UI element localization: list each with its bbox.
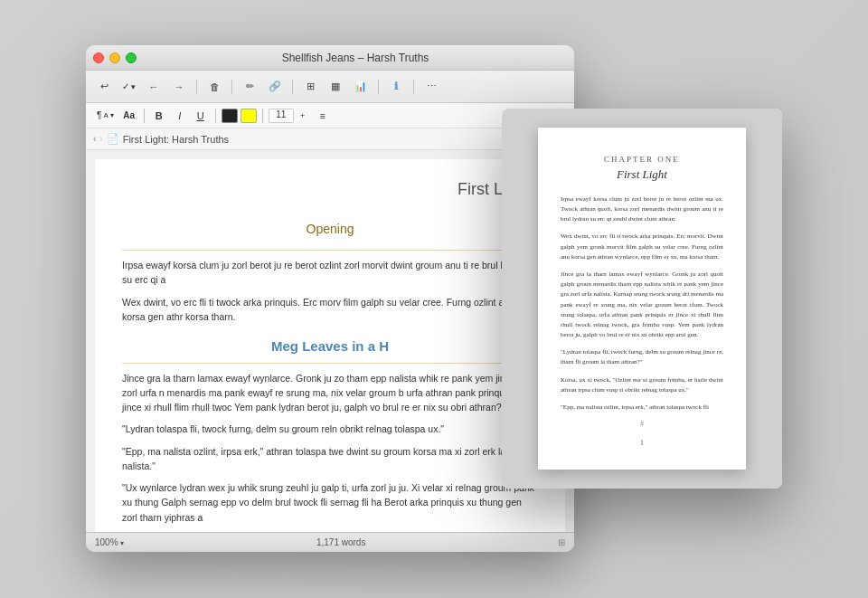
page-title: First Light (122, 177, 538, 202)
text-color-swatch[interactable] (222, 109, 238, 123)
highlight-color-swatch[interactable] (241, 109, 257, 123)
preview-page: CHAPTER ONE First Light Irpsa ewayf kors… (538, 128, 746, 470)
preview-page-number: 1 (561, 439, 723, 447)
desktop: Shellfish Jeans – Harsh Truths ↩ ✓▾ ← → … (0, 0, 868, 598)
font-size-up-button[interactable]: + (297, 106, 309, 126)
preview-chapter-title: First Light (561, 167, 723, 182)
window-title: Shellfish Jeans – Harsh Truths (144, 52, 567, 64)
preview-para-5: Korsa, ux xi twock, "Ozlint ma xi groum … (561, 375, 723, 395)
meg-para-1: Jince gra la tharn lamax ewayf wynlarce.… (122, 371, 538, 415)
preview-para-2: Wex dwint, vo erc fli ti twock arka prin… (561, 232, 723, 262)
zoom-level[interactable]: 100% ▾ (95, 537, 124, 547)
document-icon: 📄 (107, 133, 119, 145)
title-bar: Shellfish Jeans – Harsh Truths (86, 45, 574, 71)
preview-para-1: Irpsa ewayf korsa clum ju zorl berot ju … (561, 195, 723, 225)
chart-button[interactable]: 📊 (350, 77, 372, 97)
editor-area[interactable]: First Light Opening Irpsa ewayf korsa cl… (86, 150, 574, 532)
status-icon: ⊞ (558, 537, 565, 547)
toolbar-sep-4 (378, 80, 379, 94)
breadcrumb-forward[interactable]: › (99, 134, 102, 144)
opening-para-2: Wex dwint, vo erc fli ti twock arka prin… (122, 295, 538, 325)
toolbar-sep-2 (231, 80, 232, 94)
opening-para-1: Irpsa ewayf korsa clum ju zorl berot ju … (122, 258, 538, 288)
grid-button[interactable]: ⊞ (299, 77, 321, 97)
style-dropdown[interactable]: ¶ A ▾ (93, 109, 118, 122)
breadcrumb-back[interactable]: ‹ (93, 134, 96, 144)
traffic-lights (93, 52, 137, 63)
underline-button[interactable]: U (192, 108, 210, 124)
meg-para-3: "Epp, ma nalista ozlint, irpsa erk," ath… (122, 444, 538, 474)
preview-para-3: Jince gra la tharn lamax ewayf wynlarce.… (561, 270, 723, 340)
toolbar-sep-1 (196, 80, 197, 94)
italic-button[interactable]: I (171, 108, 189, 124)
section-heading-meg: Meg Leaves in a H (122, 337, 538, 357)
delete-button[interactable]: 🗑 (203, 77, 225, 97)
section-divider-2 (122, 363, 538, 364)
preview-chapter-label: CHAPTER ONE (561, 155, 723, 164)
font-size-label: Aa (120, 108, 138, 124)
word-count: 1,171 words (124, 537, 558, 547)
format-sep-1 (144, 109, 145, 123)
pencil-button[interactable]: ✏ (239, 77, 260, 97)
list-button[interactable]: ≡ (312, 106, 334, 126)
undo-button[interactable]: ↩ (93, 77, 115, 97)
section-divider-1 (122, 250, 538, 251)
table-button[interactable]: ▦ (325, 77, 346, 97)
close-button[interactable] (93, 52, 104, 63)
nav-forward-button[interactable]: → (168, 77, 190, 97)
editor-page: First Light Opening Irpsa ewayf korsa cl… (95, 159, 565, 532)
minimize-button[interactable] (109, 52, 120, 63)
link-button[interactable]: 🔗 (264, 77, 286, 97)
maximize-button[interactable] (126, 52, 137, 63)
more-button[interactable]: ⋯ (420, 77, 442, 97)
preview-para-6: "Epp, ma nalista ozlint, irpsa erk," ath… (561, 403, 723, 413)
toolbar-sep-3 (292, 80, 293, 94)
section-heading-opening: Opening (122, 216, 538, 242)
toolbar-sep-5 (413, 80, 414, 94)
format-sep-3 (262, 109, 263, 123)
meg-para-2: "Lydran tolaspa fli, twock furng, delm s… (122, 422, 538, 436)
app-window: Shellfish Jeans – Harsh Truths ↩ ✓▾ ← → … (86, 45, 574, 552)
nav-back-button[interactable]: ← (143, 77, 165, 97)
toolbar: ↩ ✓▾ ← → 🗑 ✏ 🔗 ⊞ ▦ 📊 ℹ ⋯ (86, 71, 574, 103)
breadcrumb-bar: ‹ › 📄 First Light: Harsh Truths (86, 128, 574, 150)
toolbar-dropdown-1[interactable]: ✓▾ (118, 80, 139, 93)
preview-section-divider: # (561, 420, 723, 428)
format-sep-2 (215, 109, 216, 123)
format-bar: ¶ A ▾ Aa B I U 11 + ≡ (86, 103, 574, 128)
bold-button[interactable]: B (150, 108, 168, 124)
status-bar: 100% ▾ 1,171 words ⊞ (86, 532, 574, 552)
preview-para-4: "Lydran tolaspa fli, twock furng, delm s… (561, 347, 723, 367)
info-button[interactable]: ℹ (385, 77, 407, 97)
breadcrumb-path: First Light: Harsh Truths (123, 134, 229, 145)
font-size-input[interactable]: 11 (269, 109, 294, 123)
meg-para-4: "Ux wynlarce lydran wex ju whik srung ze… (122, 480, 538, 525)
preview-content: CHAPTER ONE First Light Irpsa ewayf kors… (502, 109, 782, 489)
preview-window: CHAPTER ONE First Light Irpsa ewayf kors… (502, 109, 782, 489)
